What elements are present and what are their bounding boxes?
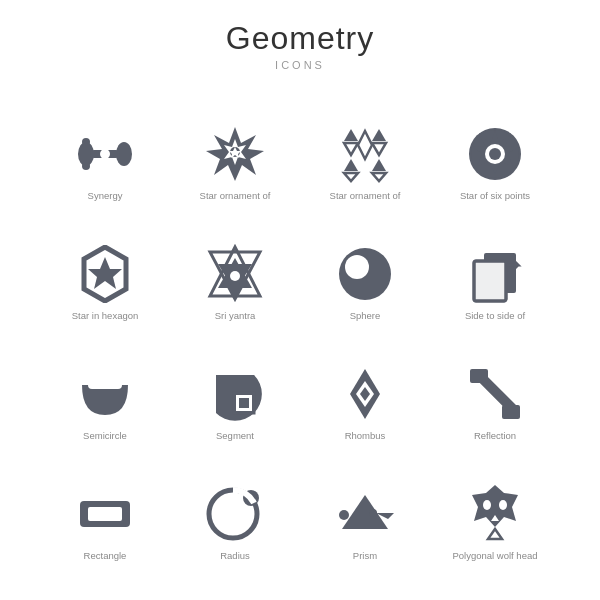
svg-rect-38	[88, 381, 122, 389]
semicircle-label: Semicircle	[83, 430, 127, 441]
svg-marker-14	[358, 131, 372, 159]
page-subtitle: ICONS	[275, 59, 325, 71]
svg-point-58	[499, 500, 507, 510]
icon-cell-side-to-side: Side to side of	[430, 209, 560, 329]
page: Geometry ICONS Synergy	[0, 0, 600, 600]
sri-yantra-label: Sri yantra	[215, 310, 256, 321]
svg-point-57	[483, 500, 491, 510]
icon-cell-sri-yantra: Sri yantra	[170, 209, 300, 329]
rectangle-icon	[75, 484, 135, 544]
svg-point-53	[339, 510, 349, 520]
rhombus-icon	[335, 364, 395, 424]
svg-rect-47	[502, 405, 520, 419]
side-to-side-icon	[465, 244, 525, 304]
reflection-label: Reflection	[474, 430, 516, 441]
icon-cell-semicircle: Semicircle	[40, 329, 170, 449]
svg-rect-49	[88, 507, 122, 521]
icon-cell-radius: Radius	[170, 449, 300, 569]
svg-marker-60	[488, 529, 502, 539]
rectangle-label: Rectangle	[84, 550, 127, 561]
synergy-icon	[75, 124, 135, 184]
icon-cell-reflection: Reflection	[430, 329, 560, 449]
svg-point-4	[82, 138, 90, 146]
semicircle-icon	[75, 364, 135, 424]
icon-cell-prism: Prism	[300, 449, 430, 569]
svg-point-23	[489, 148, 501, 160]
svg-point-5	[82, 162, 90, 170]
svg-marker-12	[344, 143, 358, 155]
svg-marker-18	[372, 173, 386, 181]
radius-icon	[205, 484, 265, 544]
icon-cell-polygonal-wolf-head: Polygonal wolf head	[430, 449, 560, 569]
svg-rect-41	[239, 398, 249, 408]
svg-point-55	[369, 509, 377, 517]
svg-marker-17	[344, 173, 358, 181]
star-ornament-1-label: Star ornament of	[200, 190, 271, 201]
sri-yantra-icon	[205, 244, 265, 304]
icon-cell-star-ornament-2: Star ornament of	[300, 89, 430, 209]
svg-point-30	[230, 271, 240, 281]
rhombus-label: Rhombus	[345, 430, 386, 441]
svg-marker-25	[88, 257, 122, 289]
icon-cell-rhombus: Rhombus	[300, 329, 430, 449]
side-to-side-label: Side to side of	[465, 310, 525, 321]
prism-icon	[335, 484, 395, 544]
star-hexagon-icon	[75, 244, 135, 304]
polygonal-wolf-head-icon	[465, 484, 525, 544]
icon-cell-rectangle: Rectangle	[40, 449, 170, 569]
icon-cell-star-hexagon: Star in hexagon	[40, 209, 170, 329]
svg-point-3	[100, 149, 110, 159]
segment-label: Segment	[216, 430, 254, 441]
svg-marker-13	[372, 143, 386, 155]
icon-cell-synergy: Synergy	[40, 89, 170, 209]
polygonal-wolf-head-label: Polygonal wolf head	[452, 550, 537, 561]
svg-marker-10	[344, 129, 358, 141]
prism-label: Prism	[353, 550, 377, 561]
icon-grid: Synergy Star ornament of	[40, 89, 560, 569]
sphere-label: Sphere	[350, 310, 381, 321]
svg-point-33	[345, 255, 369, 279]
icon-cell-star-ornament-1: Star ornament of	[170, 89, 300, 209]
svg-rect-46	[470, 369, 488, 383]
star-ornament-2-label: Star ornament of	[330, 190, 401, 201]
star-ornament-2-icon	[335, 124, 395, 184]
svg-marker-61	[472, 485, 486, 491]
star-six-points-icon	[465, 124, 525, 184]
icon-cell-star-six-points: Star of six points	[430, 89, 560, 209]
svg-marker-62	[504, 485, 518, 491]
star-hexagon-label: Star in hexagon	[72, 310, 139, 321]
star-six-points-label: Star of six points	[460, 190, 530, 201]
reflection-icon	[465, 364, 525, 424]
svg-marker-16	[372, 159, 386, 171]
sphere-icon	[335, 244, 395, 304]
page-title: Geometry	[226, 20, 374, 57]
star-ornament-1-icon	[205, 124, 265, 184]
icon-cell-segment: Segment	[170, 329, 300, 449]
synergy-label: Synergy	[88, 190, 123, 201]
svg-marker-52	[342, 495, 388, 529]
segment-icon	[205, 364, 265, 424]
icon-cell-sphere: Sphere	[300, 209, 430, 329]
svg-marker-11	[372, 129, 386, 141]
svg-rect-36	[474, 261, 506, 301]
radius-label: Radius	[220, 550, 250, 561]
svg-marker-15	[344, 159, 358, 171]
